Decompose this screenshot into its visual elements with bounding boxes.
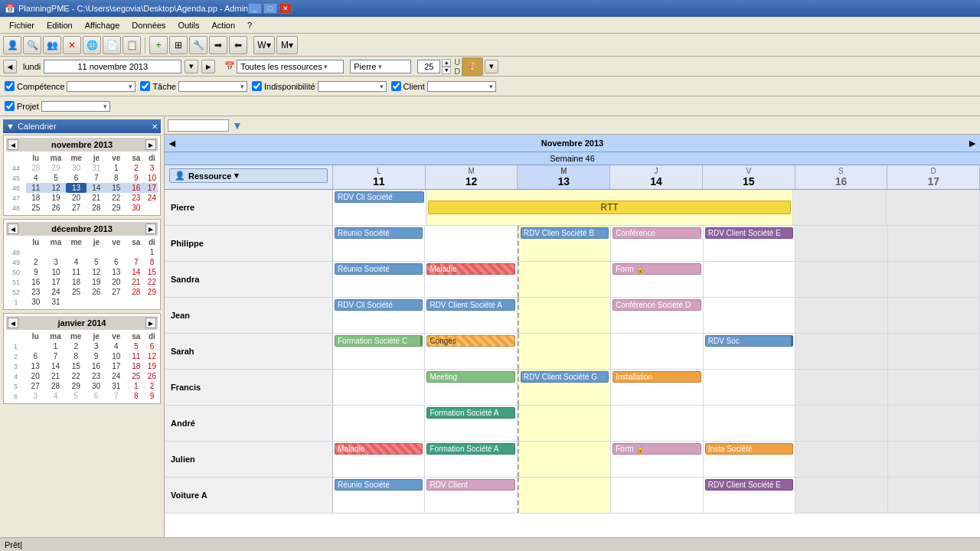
calendar-event[interactable]: RDV Client Société A xyxy=(426,299,514,311)
search-input[interactable] xyxy=(168,119,229,132)
mini-cal-day[interactable]: 3 xyxy=(25,391,45,401)
calendar-event[interactable]: Réunio Société xyxy=(335,227,423,239)
close-sidebar-button[interactable]: ✕ xyxy=(152,122,158,131)
mini-cal-day[interactable]: 27 xyxy=(25,381,45,391)
mini-cal-day[interactable]: 30 xyxy=(66,163,87,173)
mini-cal-day[interactable]: 5 xyxy=(46,173,67,183)
calendar-event[interactable]: RDV Client xyxy=(426,479,514,491)
globe-button[interactable]: 🌐 xyxy=(83,36,101,54)
mini-cal-day[interactable]: 26 xyxy=(87,287,106,297)
mini-cal-day[interactable]: 15 xyxy=(66,361,87,371)
mini-cal-day[interactable]: 29 xyxy=(146,287,158,297)
mini-cal-day[interactable]: 22 xyxy=(66,371,87,381)
mini-cal-day[interactable]: 1 xyxy=(146,247,158,257)
mini-cal-next[interactable]: ► xyxy=(145,223,156,234)
projet-dropdown[interactable]: ▾ xyxy=(41,101,110,112)
mini-cal-prev[interactable]: ◄ xyxy=(8,223,18,234)
rtt-span[interactable]: RTT xyxy=(426,190,793,225)
mini-cal-day[interactable]: 1 xyxy=(45,341,66,351)
mini-cal-day[interactable]: 19 xyxy=(87,277,106,287)
mini-cal-day[interactable]: 21 xyxy=(45,371,66,381)
doc2-button[interactable]: 📋 xyxy=(122,36,141,54)
mini-cal-day[interactable]: 8 xyxy=(126,391,146,401)
mini-cal-day[interactable]: 13 xyxy=(106,267,126,277)
mini-cal-day[interactable]: 4 xyxy=(45,391,66,401)
mini-cal-day[interactable]: 8 xyxy=(146,257,158,267)
competence-dropdown[interactable]: ▾ xyxy=(67,81,136,92)
mini-cal-day[interactable]: 8 xyxy=(106,173,126,183)
current-date[interactable]: 11 novembre 2013 xyxy=(44,60,181,73)
calendar-event[interactable]: Form 🔒 xyxy=(612,263,701,275)
mini-cal-day[interactable]: 4 xyxy=(106,341,126,351)
mini-cal-day[interactable]: 1 xyxy=(106,163,126,173)
mini-cal-day[interactable]: 6 xyxy=(25,351,45,361)
mini-cal-day[interactable]: 10 xyxy=(146,173,158,183)
mini-cal-day[interactable]: 17 xyxy=(146,183,158,193)
mini-cal-day[interactable]: 23 xyxy=(126,193,146,203)
wrench-button[interactable]: 🔧 xyxy=(189,36,207,54)
mini-cal-day[interactable]: 20 xyxy=(25,371,45,381)
mini-cal-day[interactable]: 5 xyxy=(126,341,146,351)
mini-cal-day[interactable]: 16 xyxy=(26,277,46,287)
mini-cal-day[interactable]: 2 xyxy=(146,381,158,391)
mini-cal-day[interactable]: 11 xyxy=(126,351,146,361)
mini-cal-day[interactable]: 6 xyxy=(146,341,158,351)
calendar-event[interactable]: Form 🔒 xyxy=(612,443,701,455)
calendar-event[interactable]: Installation xyxy=(612,371,701,383)
mini-cal-day[interactable]: 28 xyxy=(87,203,106,213)
mini-cal-day[interactable]: 25 xyxy=(126,371,146,381)
mini-cal-day[interactable]: 24 xyxy=(146,193,158,203)
plus-button[interactable]: + xyxy=(149,36,168,54)
zoom-value[interactable]: 25 xyxy=(417,60,440,73)
mini-cal-day[interactable]: 3 xyxy=(87,341,106,351)
mini-cal-day[interactable]: 14 xyxy=(87,183,106,193)
menu-item-outils[interactable]: Outils xyxy=(172,19,205,31)
calendar-event[interactable]: Maladie xyxy=(426,263,514,275)
color-dropdown-arrow[interactable]: ▾ xyxy=(485,60,498,73)
resource-dropdown-btn[interactable]: 👤 Ressource ▾ xyxy=(169,168,328,183)
next-period-button[interactable]: ► xyxy=(201,60,215,73)
mini-cal-day[interactable]: 28 xyxy=(45,381,66,391)
grid-button[interactable]: ⊞ xyxy=(169,36,188,54)
mini-cal-day[interactable]: 23 xyxy=(26,287,46,297)
zoom-up[interactable]: ▲ xyxy=(442,59,451,67)
mini-cal-day[interactable]: 28 xyxy=(26,163,46,173)
mini-cal-day[interactable]: 7 xyxy=(126,257,146,267)
mini-cal-day[interactable]: 2 xyxy=(126,163,146,173)
mini-cal-day[interactable]: 29 xyxy=(106,203,126,213)
mini-cal-day[interactable]: 22 xyxy=(146,277,158,287)
prev-period-button[interactable]: ◄ xyxy=(3,60,17,73)
view-week-button[interactable]: W▾ xyxy=(253,36,275,54)
mini-cal-day[interactable]: 28 xyxy=(126,287,146,297)
event[interactable]: RDV Cli Société xyxy=(335,191,424,203)
mini-cal-day[interactable]: 9 xyxy=(87,351,106,361)
mini-cal-day[interactable]: 25 xyxy=(66,287,87,297)
mini-cal-day[interactable]: 7 xyxy=(106,391,126,401)
user-dropdown[interactable]: Pierre ▾ xyxy=(350,60,411,73)
mini-cal-day[interactable]: 17 xyxy=(106,361,126,371)
mini-cal-day[interactable]: 22 xyxy=(106,193,126,203)
calendar-event[interactable]: Formation Société C xyxy=(335,335,423,347)
rtt-event[interactable]: RTT xyxy=(428,201,791,214)
calendar-event[interactable]: RDV Clien Société B xyxy=(521,227,609,239)
mini-cal-day[interactable]: 1 xyxy=(126,381,146,391)
mini-cal-day[interactable]: 23 xyxy=(87,371,106,381)
calendar-event[interactable]: Insta Société xyxy=(705,443,793,455)
mini-cal-day[interactable]: 7 xyxy=(87,173,106,183)
date-dropdown-arrow[interactable]: ▾ xyxy=(185,60,198,73)
mini-cal-day[interactable]: 18 xyxy=(66,277,87,287)
calendar-event[interactable]: RDV Client Société E xyxy=(705,227,793,239)
menu-item-?[interactable]: ? xyxy=(241,19,258,31)
mini-cal-day[interactable]: 31 xyxy=(106,381,126,391)
mini-cal-day[interactable]: 29 xyxy=(66,381,87,391)
client-checkbox[interactable] xyxy=(391,81,401,91)
mini-cal-day[interactable] xyxy=(25,341,45,351)
doc-button[interactable]: 📄 xyxy=(103,36,121,54)
mini-cal-day[interactable]: 18 xyxy=(26,193,46,203)
mini-cal-prev[interactable]: ◄ xyxy=(8,318,18,328)
calendar-event[interactable]: Réunio Société xyxy=(335,263,423,275)
mini-cal-day[interactable]: 24 xyxy=(106,371,126,381)
zoom-stepper[interactable]: ▲ ▼ xyxy=(442,59,451,74)
mini-cal-day[interactable]: 31 xyxy=(46,297,67,307)
mini-cal-day[interactable]: 20 xyxy=(106,277,126,287)
